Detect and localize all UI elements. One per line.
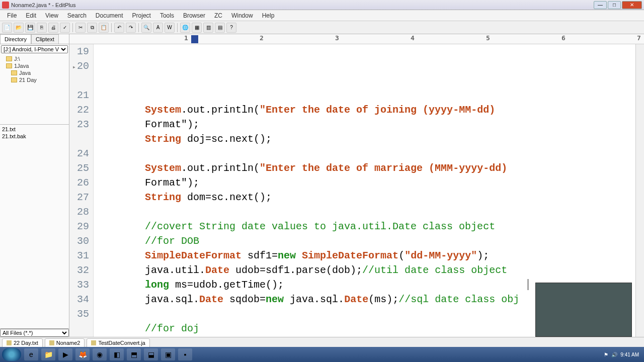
find-icon[interactable]: 🔍 [141, 23, 151, 33]
menu-browser[interactable]: Browser [179, 11, 209, 20]
save-icon[interactable]: 💾 [25, 23, 35, 33]
save-all-icon[interactable]: ⎘ [37, 23, 47, 33]
ruler-cursor-icon [191, 35, 198, 43]
drive-select[interactable]: [J:] Android, I-Phone V [1, 45, 68, 53]
file-item[interactable]: 21.txt.bak [2, 133, 67, 140]
taskbar-app4-icon[interactable]: ▣ [161, 348, 175, 360]
file-tabs: 22 Day.txt Noname2 TestDateConvert.ja [0, 337, 644, 348]
app-icon [2, 2, 9, 9]
maximize-button[interactable]: □ [608, 1, 621, 9]
word-wrap-icon[interactable]: W [165, 23, 175, 33]
ruler: 1 2 3 4 5 6 7 [69, 34, 644, 44]
tree-item[interactable]: 1Java [1, 62, 68, 69]
file-list: 21.txt 21.txt.bak [0, 125, 69, 328]
undo-icon[interactable]: ↶ [114, 23, 124, 33]
taskbar-explorer-icon[interactable]: 📁 [41, 348, 55, 360]
toolbar: 📄 📂 💾 ⎘ 🖨 ✓ ✂ ⧉ 📋 ↶ ↷ 🔍 A W 🌐 ▦ ▥ ▤ ? [0, 21, 644, 34]
tool-icon[interactable]: ▦ [192, 23, 202, 33]
menu-help[interactable]: Help [258, 11, 279, 20]
filter-select[interactable]: All Files (*.*) [0, 329, 69, 337]
menu-view[interactable]: View [41, 11, 62, 20]
taskbar: e 📁 ▶ 🦊 ◉ ◧ ⬒ ⬓ ▣ ▪ ⚑ 🔊 9:41 AM [0, 347, 644, 362]
filetab[interactable]: 22 Day.txt [2, 338, 43, 347]
webcam-overlay [535, 283, 632, 337]
titlebar: Noname2.java * - EditPlus — □ ✕ [0, 0, 644, 10]
menu-tools[interactable]: Tools [156, 11, 178, 20]
line-gutter: 1920212223242526272829303132333435 [69, 44, 94, 337]
redo-icon[interactable]: ↷ [126, 23, 136, 33]
file-filter: All Files (*.*) [0, 328, 69, 337]
tool2-icon[interactable]: ▥ [203, 23, 213, 33]
menu-document[interactable]: Document [92, 11, 127, 20]
sidebar: Directory Cliptext [J:] Android, I-Phone… [0, 34, 69, 337]
tray-time[interactable]: 9:41 AM [620, 352, 639, 357]
taskbar-chrome-icon[interactable]: ◉ [93, 348, 107, 360]
sidebar-tabs: Directory Cliptext [0, 34, 69, 44]
menu-edit[interactable]: Edit [22, 11, 40, 20]
text-cursor [528, 279, 528, 290]
taskbar-cmd-icon[interactable]: ▪ [178, 348, 192, 360]
menu-project[interactable]: Project [128, 11, 155, 20]
tree-item[interactable]: Java [1, 69, 68, 76]
print-icon[interactable]: 🖨 [48, 23, 58, 33]
taskbar-ie-icon[interactable]: e [24, 348, 38, 360]
minimize-button[interactable]: — [594, 1, 607, 9]
tray-flag-icon[interactable]: ⚑ [604, 352, 608, 357]
filetab[interactable]: TestDateConvert.ja [87, 338, 150, 347]
tray-volume-icon[interactable]: 🔊 [611, 352, 617, 357]
window-title: Noname2.java * - EditPlus [11, 2, 594, 8]
directory-tree: J:\ 1Java Java 21 Day [0, 54, 69, 125]
new-file-icon[interactable]: 📄 [2, 23, 12, 33]
spell-icon[interactable]: ✓ [60, 23, 70, 33]
taskbar-firefox-icon[interactable]: 🦊 [75, 348, 90, 360]
menu-file[interactable]: File [3, 11, 21, 20]
help-icon[interactable]: ? [226, 23, 236, 33]
copy-icon[interactable]: ⧉ [87, 23, 97, 33]
tree-item[interactable]: J:\ [1, 55, 68, 62]
taskbar-app3-icon[interactable]: ⬓ [144, 348, 158, 360]
open-icon[interactable]: 📂 [14, 23, 24, 33]
tree-item[interactable]: 21 Day [1, 76, 68, 83]
close-button[interactable]: ✕ [622, 1, 642, 9]
cut-icon[interactable]: ✂ [75, 23, 86, 33]
vertical-scrollbar[interactable] [635, 44, 644, 337]
menu-zc[interactable]: ZC [210, 11, 226, 20]
taskbar-media-icon[interactable]: ▶ [58, 348, 72, 360]
start-button[interactable] [2, 348, 21, 361]
browser-icon[interactable]: 🌐 [180, 23, 190, 33]
menu-window[interactable]: Window [227, 11, 257, 20]
filetab-active[interactable]: Noname2 [45, 338, 85, 347]
tool3-icon[interactable]: ▤ [215, 23, 225, 33]
window-controls: — □ ✕ [594, 1, 642, 9]
paste-icon[interactable]: 📋 [99, 23, 109, 33]
tab-directory[interactable]: Directory [0, 34, 31, 44]
tab-cliptext[interactable]: Cliptext [31, 34, 59, 44]
file-item[interactable]: 21.txt [2, 126, 67, 133]
taskbar-app2-icon[interactable]: ⬒ [127, 348, 141, 360]
menubar: File Edit View Search Document Project T… [0, 10, 644, 21]
replace-icon[interactable]: A [153, 23, 163, 33]
system-tray[interactable]: ⚑ 🔊 9:41 AM [604, 352, 642, 357]
taskbar-app-icon[interactable]: ◧ [110, 348, 124, 360]
menu-search[interactable]: Search [63, 11, 91, 20]
